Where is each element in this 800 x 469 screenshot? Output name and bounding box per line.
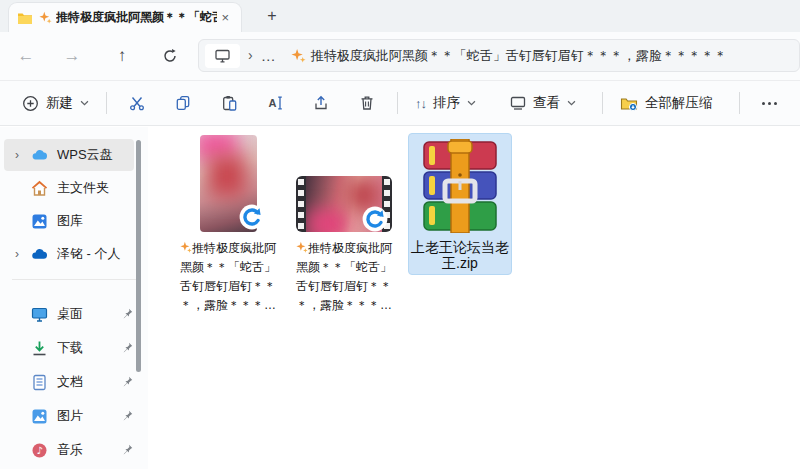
view-button[interactable]: 查看 — [500, 86, 586, 120]
command-toolbar: 新建 A — [0, 81, 800, 126]
collapsed-path-button[interactable]: … — [261, 47, 277, 64]
sparkle-icon — [180, 241, 192, 253]
filmstrip-holes — [298, 179, 304, 229]
expand-chevron-icon[interactable]: › — [10, 247, 24, 261]
pictures-icon — [31, 408, 48, 425]
toolbar-divider — [397, 92, 398, 114]
new-button-label: 新建 — [46, 94, 73, 112]
file-name: 上老王论坛当老王.zip — [410, 239, 510, 271]
file-name: 推特极度疯批阿黑颜＊＊「蛇舌」舌钉唇钉眉钉＊＊＊，露脸＊＊＊＊＊ — [295, 239, 393, 315]
toolbar-divider — [739, 92, 740, 114]
chevron-down-icon — [467, 100, 476, 106]
more-icon — [762, 102, 777, 105]
delete-button[interactable] — [344, 86, 390, 120]
sidebar-item-label: WPS云盘 — [57, 146, 113, 164]
documents-icon — [31, 374, 48, 391]
folder-icon — [17, 11, 33, 25]
rename-icon: A — [267, 95, 283, 111]
file-name-text: 推特极度疯批阿黑颜＊＊「蛇舌」舌钉唇钉眉钉＊＊＊，露脸＊＊＊＊＊ — [296, 241, 392, 315]
home-icon — [31, 180, 48, 197]
extract-all-button[interactable]: 全部解压缩 — [610, 86, 723, 120]
sidebar-separator — [12, 279, 136, 280]
file-explorer-window: 推特极度疯批阿黑颜＊＊「蛇舌」舌钉唇钉眉钉＊＊＊，露脸＊＊＊＊＊ × + ← →… — [0, 0, 800, 469]
sidebar-item-downloads[interactable]: 下载 — [4, 332, 134, 364]
sidebar-scrollbar[interactable] — [136, 140, 141, 372]
chevron-down-icon — [80, 100, 89, 106]
extract-folder-icon — [620, 95, 638, 111]
desktop-icon — [31, 306, 48, 323]
file-list-area[interactable]: 推特极度疯批阿黑颜＊＊「蛇舌」舌钉唇钉眉钉＊＊＊，露脸＊＊＊＊＊ 推特极度疯批阿… — [150, 127, 800, 469]
this-pc-breadcrumb[interactable] — [205, 44, 240, 68]
refresh-icon — [162, 48, 178, 64]
sparkle-icon — [39, 11, 52, 24]
tab-title: 推特极度疯批阿黑颜＊＊「蛇舌」舌钉唇钉眉钉＊＊＊，露脸＊＊＊＊＊ — [56, 9, 217, 26]
share-button[interactable] — [298, 86, 344, 120]
wps-cloud-icon — [31, 147, 48, 164]
rename-button[interactable]: A — [252, 86, 298, 120]
sidebar-item-label: 桌面 — [57, 305, 83, 323]
file-item-archive-selected[interactable]: 上老王论坛当老王.zip — [408, 133, 512, 275]
sidebar-item-label: 音乐 — [57, 441, 83, 459]
sidebar-item-desktop[interactable]: 桌面 — [4, 298, 134, 330]
monitor-icon — [215, 49, 230, 63]
paste-button[interactable] — [206, 86, 252, 120]
view-icon — [510, 96, 526, 110]
sidebar-item-wps-cloud[interactable]: › WPS云盘 — [4, 139, 134, 171]
up-icon: ↑ — [118, 46, 127, 66]
cut-button[interactable] — [114, 86, 160, 120]
sort-button[interactable]: ↑↓ 排序 — [405, 86, 486, 120]
pin-icon — [122, 308, 134, 320]
file-name: 推特极度疯批阿黑颜＊＊「蛇舌」舌钉唇钉眉钉＊＊＊，露脸＊＊＊＊＊ — [179, 239, 277, 315]
gallery-icon — [31, 213, 48, 230]
view-button-label: 查看 — [533, 94, 560, 112]
sidebar-item-pictures[interactable]: 图片 — [4, 400, 134, 432]
chevron-down-icon — [567, 100, 576, 106]
copy-icon — [175, 95, 191, 111]
explorer-tab[interactable]: 推特极度疯批阿黑颜＊＊「蛇舌」舌钉唇钉眉钉＊＊＊，露脸＊＊＊＊＊ × — [8, 2, 242, 32]
plus-circle-icon — [22, 95, 39, 112]
pin-icon — [122, 376, 134, 388]
sparkle-icon — [296, 241, 308, 253]
sidebar-item-label: 下载 — [57, 339, 83, 357]
sidebar-item-home[interactable]: 主文件夹 — [4, 172, 134, 204]
new-button[interactable]: 新建 — [12, 86, 99, 120]
file-item-video[interactable]: 推特极度疯批阿黑颜＊＊「蛇舌」舌钉唇钉眉钉＊＊＊，露脸＊＊＊＊＊ — [292, 133, 396, 315]
file-item-image[interactable]: 推特极度疯批阿黑颜＊＊「蛇舌」舌钉唇钉眉钉＊＊＊，露脸＊＊＊＊＊ — [176, 133, 280, 315]
refresh-button[interactable] — [154, 40, 186, 72]
more-options-button[interactable] — [747, 86, 793, 120]
sidebar-item-onedrive-personal[interactable]: › 泽铭 - 个人 — [4, 238, 134, 270]
sidebar-item-gallery[interactable]: 图库 — [4, 205, 134, 237]
back-icon: ← — [18, 46, 35, 66]
new-tab-button[interactable]: + — [260, 5, 284, 27]
expand-chevron-icon[interactable]: › — [10, 148, 24, 162]
up-button[interactable]: ↑ — [106, 40, 138, 72]
back-button[interactable]: ← — [10, 40, 42, 72]
sidebar-item-label: 文档 — [57, 373, 83, 391]
cloud-sync-badge-icon — [362, 206, 388, 232]
pin-icon — [122, 410, 134, 422]
tab-close-icon[interactable]: × — [217, 10, 233, 25]
address-bar[interactable]: › … 推特极度疯批阿黑颜＊＊「蛇舌」舌钉唇钉眉钉＊＊＊，露脸＊＊＊＊＊ — [198, 39, 800, 72]
onedrive-cloud-icon — [31, 246, 48, 263]
extract-all-label: 全部解压缩 — [645, 94, 713, 112]
forward-button[interactable]: → — [56, 40, 88, 72]
sort-button-label: 排序 — [433, 94, 460, 112]
sparkle-icon — [291, 48, 306, 63]
navigation-bar: ← → ↑ › … 推特极度疯批阿黑颜＊＊「蛇舌」舌钉唇钉眉钉＊＊＊，露脸＊＊＊… — [0, 32, 800, 81]
cloud-sync-badge-icon — [239, 204, 265, 230]
sidebar-item-label: 图库 — [57, 212, 83, 230]
sidebar-item-label: 泽铭 - 个人 — [57, 245, 121, 263]
navigation-pane: › WPS云盘 主文件夹 图库 › 泽铭 - 个人 — [0, 127, 148, 469]
sidebar-item-documents[interactable]: 文档 — [4, 366, 134, 398]
current-folder-name: 推特极度疯批阿黑颜＊＊「蛇舌」舌钉唇钉眉钉＊＊＊，露脸＊＊＊＊＊ — [311, 47, 727, 65]
winrar-archive-icon — [422, 139, 498, 233]
copy-button[interactable] — [160, 86, 206, 120]
breadcrumb-chevron-icon: › — [248, 47, 253, 63]
trash-icon — [359, 95, 375, 111]
tab-bar: 推特极度疯批阿黑颜＊＊「蛇舌」舌钉唇钉眉钉＊＊＊，露脸＊＊＊＊＊ × + — [0, 0, 800, 32]
sidebar-item-music[interactable]: ♪ 音乐 — [4, 434, 134, 466]
svg-text:A: A — [269, 97, 277, 109]
forward-icon: → — [64, 46, 81, 66]
svg-text:♪: ♪ — [36, 445, 42, 456]
sort-icon: ↑↓ — [415, 96, 426, 111]
